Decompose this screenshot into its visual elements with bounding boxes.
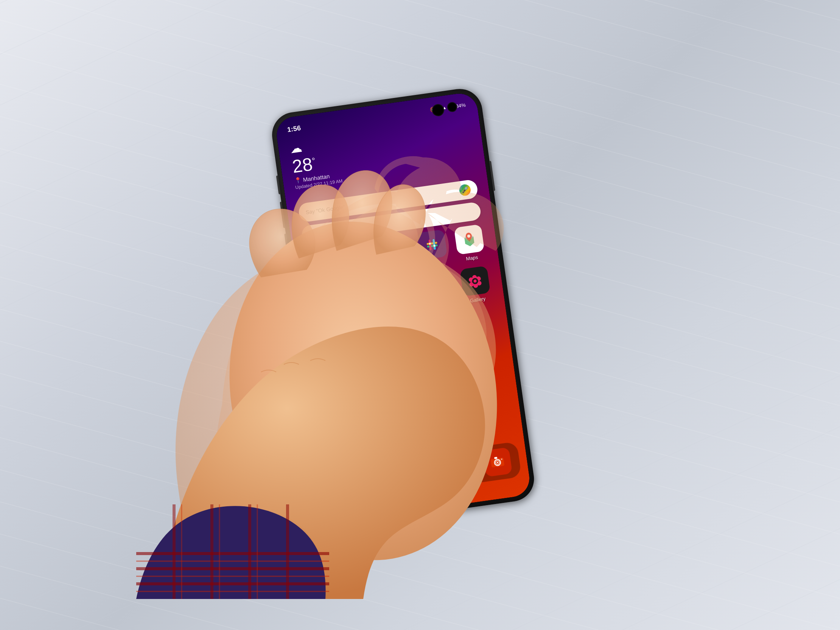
hand-background: [79, 32, 761, 599]
scene: 1:56 🔇 ▲▲ ▲ 84% ☁ 28°: [79, 32, 761, 599]
